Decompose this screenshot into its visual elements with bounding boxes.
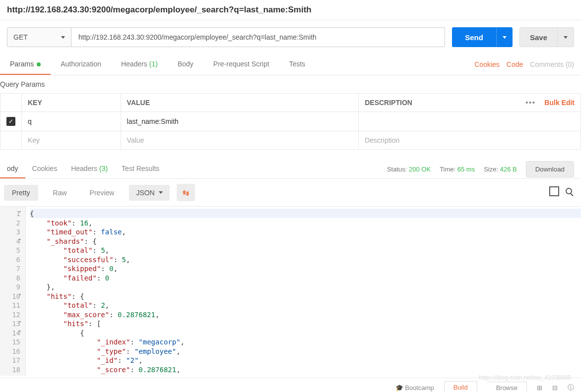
chevron-down-icon [61,36,65,39]
request-url-display: http://192.168.243.30:9200/megacorp/empl… [0,0,581,20]
resp-tab-cookies[interactable]: Cookies [25,160,65,178]
code-content[interactable]: { "took": 16, "timed_out": false, "_shar… [26,207,581,376]
tab-prerequest[interactable]: Pre-request Script [203,54,279,75]
params-changed-dot [37,62,41,66]
search-icon[interactable] [566,188,572,197]
watermark: https://blog.csdn.net/wu_41936605 [479,374,571,381]
format-select[interactable]: JSON [129,185,169,201]
send-dropdown[interactable] [496,27,513,47]
save-button[interactable]: Save [519,27,574,47]
footer-icon-3[interactable]: ⓘ [568,383,574,392]
value-header: VALUE [121,94,359,112]
url-input[interactable] [71,27,445,47]
view-pretty-button[interactable]: Pretty [4,185,38,201]
tab-headers[interactable]: Headers (1) [111,54,168,75]
time-value: 65 ms [457,166,475,173]
tab-body[interactable]: Body [168,54,203,75]
build-tab[interactable]: Build [444,381,477,392]
description-placeholder[interactable]: Description [365,136,399,144]
table-row-empty: Key Value Description [0,131,581,150]
table-more-icon[interactable]: ••• [525,99,536,107]
check-header [0,94,22,112]
value-placeholder[interactable]: Value [127,136,144,144]
save-label: Save [520,33,557,42]
tab-authorization[interactable]: Authorization [51,54,111,75]
wrap-lines-icon[interactable]: ⇆ [177,184,195,201]
status-info: Status: 200 OK Time: 65 ms Size: 426 B D… [387,161,581,177]
line-gutter: 123456789101112131415161718 [0,207,26,376]
link-comments[interactable]: Comments (0) [530,60,574,68]
resp-tab-headers[interactable]: Headers (3) [64,160,115,178]
request-tabs: Params Authorization Headers (1) Body Pr… [0,54,581,75]
request-bar: GET Send Save [0,20,581,54]
size-value: 426 B [500,166,517,173]
bulk-edit-link[interactable]: Bulk Edit [544,99,575,107]
key-placeholder[interactable]: Key [28,136,40,144]
param-value-cell[interactable]: last_name:Smith [121,112,359,131]
chevron-down-icon [159,191,163,194]
bootcamp-link[interactable]: 🎓 Bootcamp [395,384,434,392]
query-params-label: Query Params [0,75,581,93]
description-header: DESCRIPTION ••• Bulk Edit [359,94,581,112]
response-body: 123456789101112131415161718 { "took": 16… [0,206,581,376]
footer-icon-1[interactable]: ⊞ [537,384,542,392]
status-value: 200 OK [409,166,431,173]
tab-params[interactable]: Params [0,54,51,75]
resp-tab-test-results[interactable]: Test Results [115,160,166,178]
send-button[interactable]: Send [452,27,513,47]
save-dropdown[interactable] [557,27,574,47]
resp-tab-body[interactable]: ody [0,160,25,178]
chevron-down-icon [503,36,507,39]
view-preview-button[interactable]: Preview [82,185,123,201]
table-row: ✓ q last_name:Smith [0,112,581,131]
footer: https://blog.csdn.net/wu_41936605 🎓 Boot… [0,378,581,392]
http-method-label: GET [13,33,28,41]
http-method-select[interactable]: GET [7,27,71,47]
download-button[interactable]: Download [526,161,574,177]
send-label: Send [452,33,496,42]
chevron-down-icon [564,36,568,39]
body-toolbar: Pretty Raw Preview JSON ⇆ [0,179,581,206]
key-header: KEY [22,94,121,112]
copy-icon[interactable] [551,188,559,197]
footer-icon-2[interactable]: ⊟ [552,384,558,392]
param-desc-cell[interactable] [359,112,581,131]
query-params-table: KEY VALUE DESCRIPTION ••• Bulk Edit ✓ q … [0,93,581,150]
browse-tab[interactable]: Browse [487,382,527,392]
link-cookies[interactable]: Cookies [474,60,500,68]
row-checkbox[interactable]: ✓ [6,117,15,126]
link-code[interactable]: Code [507,60,523,68]
tab-tests[interactable]: Tests [279,54,316,75]
param-key-cell[interactable]: q [22,112,121,131]
response-tabs: ody Cookies Headers (3) Test Results Sta… [0,160,581,179]
view-raw-button[interactable]: Raw [45,185,75,201]
